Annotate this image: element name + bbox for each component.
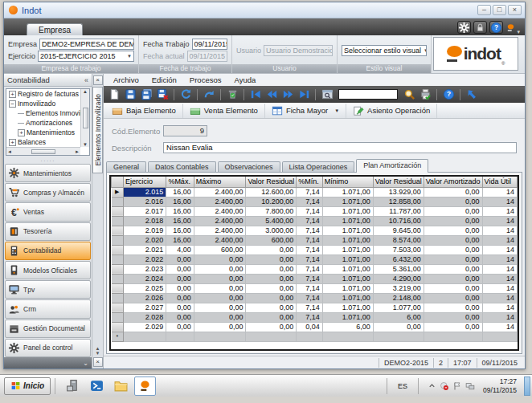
table-cell[interactable]: 2.027 [124,303,166,312]
row-selector[interactable] [112,293,124,303]
tab-datos-contables[interactable]: Datos Contables [148,161,216,173]
table-cell[interactable]: 1.071,00 [322,283,373,293]
table-row[interactable]: 2.0214,00600,000,007,141.071,007.503,000… [112,245,518,254]
maximize-button[interactable]: □ [493,5,506,15]
table-cell[interactable]: 0,00 [246,274,297,283]
side-tab-elementos-inmovilizado[interactable]: Elementos Inmovilizado [92,87,103,173]
table-cell[interactable]: 14 [482,264,517,274]
row-selector[interactable]: ▶ [112,187,124,197]
expand-icon[interactable]: + [18,129,25,136]
collapse-icon[interactable]: « [84,76,88,84]
settings-gear-icon[interactable] [457,21,471,34]
table-cell[interactable]: 14 [482,206,517,216]
column-header[interactable]: Vida Útil [482,177,517,187]
menu-procesos[interactable]: Procesos [183,75,228,85]
table-row[interactable]: 2.0290,000,000,000,046,000,000,0014 [112,322,518,332]
redo-icon[interactable] [202,88,216,101]
table-cell[interactable]: 0,00 [424,245,482,254]
table-cell[interactable]: 0,00 [424,322,482,332]
table-cell[interactable]: 14 [482,187,517,197]
table-cell[interactable]: 1.071,00 [322,226,373,235]
sidebar-overflow-bar[interactable]: ⌄ [4,357,92,368]
table-cell[interactable]: 1.071,00 [322,197,373,206]
table-cell[interactable]: 0,00 [166,254,194,264]
language-indicator[interactable]: ES [395,381,411,392]
table-cell[interactable]: 1.071,00 [322,312,373,322]
indot-mini-icon[interactable] [505,22,516,33]
ejercicio-combo[interactable]: 2015-EJERCICIO 2015 ▼ [38,51,134,62]
ficha-mayor-button[interactable]: Ficha Mayor▼ [265,104,346,118]
back-icon[interactable] [464,88,479,101]
row-selector[interactable] [112,235,124,245]
minimize-button[interactable]: – [477,5,491,15]
table-cell[interactable]: 1.071,00 [322,206,373,216]
table-cell[interactable]: 16,00 [166,206,194,216]
chevron-down-icon[interactable]: ▾ [517,29,520,35]
table-cell[interactable]: 0,00 [194,254,246,264]
table-cell[interactable]: 2.019 [124,226,166,235]
table-cell[interactable]: 7,14 [297,235,322,245]
table-cell[interactable]: 2.400,00 [194,216,246,226]
table-cell[interactable]: 16,00 [166,226,194,235]
table-cell[interactable]: 7.503,00 [373,245,424,254]
table-cell[interactable]: 1.071,00 [322,235,373,245]
taskbar-computer-icon[interactable] [62,377,84,396]
tree-horizontal-scrollbar[interactable]: ◄ ► [6,147,80,155]
table-cell[interactable]: 9.645,00 [373,226,424,235]
table-cell[interactable]: 7,14 [297,245,322,254]
table-cell[interactable]: 1.071,00 [322,293,373,303]
table-cell[interactable]: 0,00 [194,322,246,332]
sidebar-item-contabilidad[interactable]: Contabilidad [5,242,91,260]
column-header[interactable]: Mínimo [322,177,373,187]
table-cell[interactable]: 1.077,00 [373,303,424,312]
scrollbar-thumb[interactable] [31,149,55,154]
scrollbar-thumb[interactable] [83,108,88,128]
taskbar-powershell-icon[interactable] [86,377,108,396]
table-cell[interactable]: 0,00 [424,312,482,322]
new-row-marker[interactable]: * [112,332,124,341]
table-cell[interactable]: 1.071,00 [322,216,373,226]
table-cell[interactable]: 14 [482,245,517,254]
table-cell[interactable]: 5.361,00 [373,264,424,274]
table-cell[interactable]: 2.028 [124,312,166,322]
tray-alert-icon[interactable] [439,381,450,392]
sidebar-item-panel-de-control[interactable]: Panel de control [5,339,91,357]
table-cell[interactable]: 14 [482,293,517,303]
table-cell[interactable]: 14 [482,312,517,322]
start-button[interactable]: Inicio [4,377,51,395]
table-row[interactable]: 2.0240,000,000,007,141.071,004.290,000,0… [112,274,518,283]
show-desktop-button[interactable] [524,377,530,396]
empresa-combo[interactable]: DEMO2-EMPRESA DE DEMOSTRACI... ▼ [39,39,134,50]
table-cell[interactable]: 12.600,00 [246,187,297,197]
scroll-left-icon[interactable]: ◄ [7,149,12,154]
table-row[interactable]: ▶2.01516,002.400,0012.600,007,141.071,00… [112,187,518,197]
table-cell[interactable]: 600,00 [194,245,246,254]
table-cell[interactable]: 0,00 [424,226,482,235]
close-button[interactable]: × [508,5,522,15]
table-cell[interactable]: 0,00 [246,303,297,312]
menu-ayuda[interactable]: Ayuda [227,75,262,85]
table-cell[interactable]: 14 [482,283,517,293]
table-cell[interactable]: 0,00 [166,303,194,312]
search-window-icon[interactable] [320,88,334,101]
column-header[interactable]: %Mín. [297,177,322,187]
table-cell[interactable]: 7,14 [297,226,322,235]
save-all-icon[interactable] [139,88,153,101]
table-cell[interactable]: 14 [482,274,517,283]
table-cell[interactable]: 16,00 [166,197,194,206]
fecha-trabajo-combo[interactable]: 09/11/2015 ▼ [192,39,227,50]
table-cell[interactable]: 0,00 [246,245,297,254]
table-cell[interactable]: 0,00 [194,312,246,322]
row-selector[interactable] [112,312,124,322]
table-row[interactable]: 2.0280,000,000,007,141.071,006,000,0014 [112,312,518,322]
table-row[interactable]: 2.0270,000,000,007,141.071,001.077,000,0… [112,303,518,312]
table-cell[interactable]: 7,14 [297,274,322,283]
lock-icon[interactable] [473,21,487,34]
table-cell[interactable]: 2.400,00 [194,226,246,235]
taskbar-folder-icon[interactable] [110,377,132,396]
table-cell[interactable]: 14 [482,226,517,235]
help-icon[interactable]: ? [489,21,503,34]
table-cell[interactable]: 7,14 [297,293,322,303]
table-cell[interactable]: 2.024 [124,274,166,283]
scroll-up-icon[interactable]: ▲ [83,89,88,94]
